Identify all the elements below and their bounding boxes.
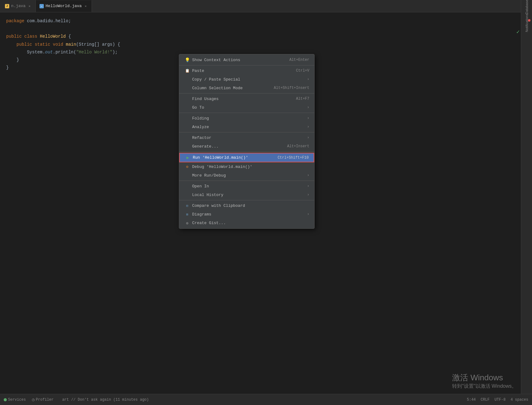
menu-item-analyze[interactable]: Analyze › [179,123,314,131]
run-icon: ▶ [185,155,191,160]
menu-label-column-selection-mode: Column Selection Mode [192,86,243,90]
shortcut-generate: Alt+Insert [287,144,309,148]
activation-main-text: 激活 Windows [452,372,517,383]
menu-item-folding[interactable]: Folding › [179,114,314,123]
arrow-go-to: › [307,105,309,110]
bulb-icon: 💡 [184,57,190,63]
shortcut-show-context-actions: Alt+Enter [289,58,309,62]
menu-label-local-history: Local History [192,193,223,197]
menu-item-copy-paste-special[interactable]: Copy / Paste Special › [179,75,314,84]
menu-label-debug-helloworld: Debug 'HelloWorld.main()' [192,165,252,169]
profiler-button[interactable]: ◷ Profiler [32,397,54,402]
menu-label-paste: Paste [192,69,204,73]
services-dot [4,398,7,401]
divider-3 [179,113,314,113]
activation-sub-text: 转到"设置"以激活 Windows。 [452,383,517,390]
status-time: 5:44 [467,398,476,402]
arrow-folding: › [307,116,309,120]
menu-item-open-in[interactable]: Open In › [179,182,314,190]
menu-item-refactor[interactable]: Refactor › [179,133,314,142]
right-sidebar: Database Notifications [521,0,532,405]
menu-item-create-gist[interactable]: ◎ Create Gist... [179,219,314,227]
menu-item-go-to[interactable]: Go To › [179,103,314,112]
menu-item-column-selection-mode[interactable]: Column Selection Mode Alt+Shift+Insert [179,84,314,92]
menu-item-run-helloworld[interactable]: ▶ Run 'HelloWorld.main()' Ctrl+Shift+F10 [179,153,314,162]
tab-icon-main: J [5,4,9,8]
menu-label-more-run-debug: More Run/Debug [192,173,226,178]
diagrams-icon: ⊞ [184,212,190,216]
paste-icon: 📋 [184,69,190,73]
menu-label-show-context-actions: Show Context Actions [192,58,240,62]
tab-close-main[interactable]: ✕ [27,4,32,8]
menu-label-find-usages: Find Usages [192,97,219,101]
arrow-refactor: › [307,136,309,140]
arrow-open-in: › [307,184,309,188]
tab-bar: J n.java ✕ ☕ HelloWorld.java ✕ ⋮ [0,0,532,12]
create-gist-icon: ◎ [184,221,190,225]
shortcut-find-usages: Alt+F7 [296,97,309,101]
menu-item-paste[interactable]: 📋 Paste Ctrl+V [179,66,314,75]
tab-close-helloworld[interactable]: ✕ [84,4,88,8]
menu-label-refactor: Refactor [192,136,211,140]
menu-label-open-in: Open In [192,184,209,189]
divider-2 [179,93,314,94]
tab-icon-helloworld: ☕ [39,4,44,8]
activation-watermark: 激活 Windows 转到"设置"以激活 Windows。 [452,372,517,390]
arrow-local-history: › [307,193,309,197]
tab-helloworld[interactable]: ☕ HelloWorld.java ✕ [36,0,92,12]
shortcut-run-helloworld: Ctrl+Shift+F10 [278,156,309,160]
menu-item-more-run-debug[interactable]: More Run/Debug › [179,171,314,180]
arrow-more-run-debug: › [307,173,309,177]
status-indent[interactable]: 4 spaces [510,398,528,402]
menu-item-local-history[interactable]: Local History › [179,190,314,199]
menu-label-create-gist: Create Gist... [192,221,226,225]
menu-item-find-usages[interactable]: Find Usages Alt+F7 [179,94,314,103]
profiler-icon: ◷ [32,397,35,402]
divider-1 [179,65,314,65]
bottom-bar: Services ◷ Profiler art // Don't ask aga… [0,394,532,405]
status-encoding[interactable]: UTF-8 [494,398,505,402]
menu-label-go-to: Go To [192,105,204,110]
status-bar-right: 5:44 CRLF UTF-8 4 spaces [467,398,528,402]
status-crlf[interactable]: CRLF [481,398,490,402]
divider-4 [179,132,314,132]
menu-label-run-helloworld: Run 'HelloWorld.main()' [193,155,248,160]
toast-message: art // Don't ask again (11 minutes ago) [62,398,149,402]
debug-icon: ⚙ [184,165,190,169]
services-button[interactable]: Services [4,398,26,402]
menu-item-show-context-actions[interactable]: 💡 Show Context Actions Alt+Enter [179,56,314,64]
menu-label-folding: Folding [192,116,209,121]
compare-clipboard-icon: ⊟ [184,204,190,208]
database-panel-button[interactable]: Database [522,2,531,11]
arrow-analyze: › [307,125,309,129]
arrow-diagrams: › [307,212,309,216]
context-menu: 💡 Show Context Actions Alt+Enter 📋 Paste… [179,54,315,229]
menu-item-debug-helloworld[interactable]: ⚙ Debug 'HelloWorld.main()' [179,162,314,171]
services-label: Services [8,398,26,402]
divider-7 [179,200,314,200]
tab-label-main: n.java [11,4,26,8]
divider-6 [179,181,314,181]
tab-label-helloworld: HelloWorld.java [46,4,82,8]
menu-item-diagrams[interactable]: ⊞ Diagrams › [179,210,314,219]
shortcut-paste: Ctrl+V [296,69,309,73]
menu-label-copy-paste-special: Copy / Paste Special [192,77,240,82]
shortcut-column-selection: Alt+Shift+Insert [274,86,309,90]
menu-item-generate[interactable]: Generate... Alt+Insert [179,142,314,151]
profiler-label: Profiler [36,398,54,402]
menu-label-compare-with-clipboard: Compare with Clipboard [192,203,245,208]
menu-item-compare-with-clipboard[interactable]: ⊟ Compare with Clipboard [179,201,314,210]
menu-label-diagrams: Diagrams [192,212,211,217]
menu-label-generate: Generate... [192,144,219,149]
tab-main[interactable]: J n.java ✕ [1,0,36,12]
arrow-copy-paste-special: › [307,77,309,81]
menu-label-analyze: Analyze [192,125,209,129]
check-icon: ✓ [516,28,520,37]
notification-badge [528,19,530,22]
divider-5 [179,152,314,152]
toast-text: art // Don't ask again (11 minutes ago) [62,398,149,402]
